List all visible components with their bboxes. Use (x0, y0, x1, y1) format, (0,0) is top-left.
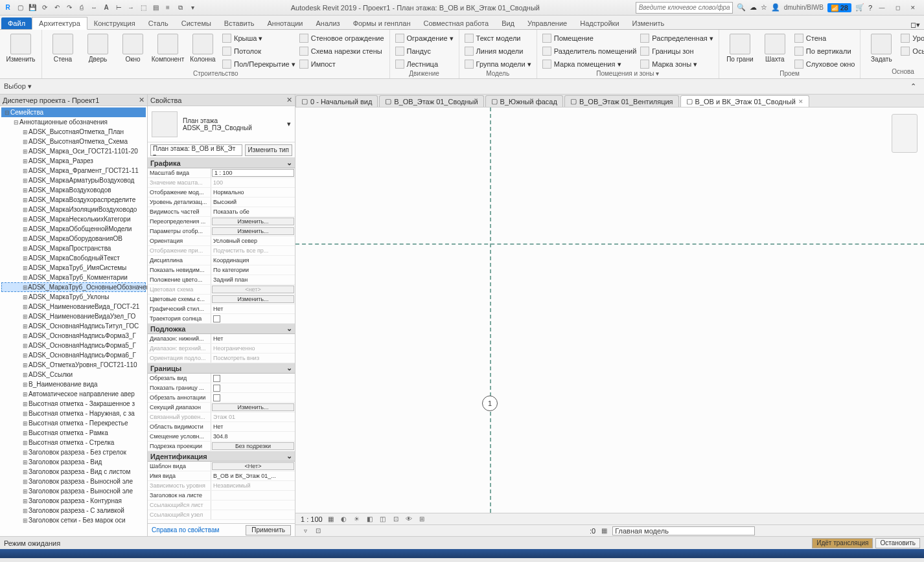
property-row[interactable]: Графический стил...Нет (148, 304, 295, 314)
ribbon-tab[interactable]: Конструкция (87, 17, 142, 29)
tree-node[interactable]: ⊞ADSK_ОтметкаУровня_ГОСТ21-110 (1, 360, 146, 370)
property-value[interactable]: Задний план (211, 275, 295, 284)
ribbon-button[interactable]: Разделитель помещений (542, 45, 637, 57)
save-icon[interactable]: 💾 (27, 3, 38, 13)
ribbon-button[interactable]: Крыша ▾ (222, 32, 295, 44)
property-value[interactable] (211, 393, 295, 402)
cloud-icon[interactable]: ☁ (750, 3, 757, 12)
property-row[interactable]: ДисциплинаКоординация (148, 256, 295, 265)
tree-node[interactable]: ⊞Высотная отметка - Рамка (1, 428, 146, 438)
thin-icon[interactable]: ≡ (163, 3, 173, 13)
property-row[interactable]: Показать невидим...По категории (148, 265, 295, 275)
ribbon-tab[interactable]: Файл (1, 17, 32, 29)
ribbon-tab[interactable]: Формы и генплан (347, 17, 417, 29)
cart-icon[interactable]: 🛒 (855, 3, 864, 12)
tree-node[interactable]: ⊞Высотная отметка - Закрашенное з (1, 399, 146, 409)
property-value[interactable] (211, 491, 295, 500)
tree-node[interactable]: ⊞ADSK_МаркаСвободныйТекст (1, 253, 146, 263)
property-group-header[interactable]: Идентификация⌄ (148, 451, 295, 462)
ribbon-button[interactable]: Пандус (395, 45, 454, 57)
search-input[interactable] (636, 2, 733, 14)
tree-node[interactable]: ⊞Заголовок разреза - Вид (1, 457, 146, 467)
minimize-button[interactable]: — (876, 3, 888, 12)
tab-close-icon[interactable]: ✕ (798, 98, 803, 105)
property-row[interactable]: Цветовая схема<нет> (148, 285, 295, 295)
ribbon-tab[interactable]: Сталь (142, 17, 175, 29)
dim-icon[interactable]: ⊢ (113, 3, 124, 13)
property-value[interactable]: <Нет> (212, 462, 294, 470)
tree-node[interactable]: ⊞ADSK_МаркаВоздуховодов (1, 185, 146, 195)
tree-node[interactable]: ⊞ADSK_МаркаТруб_ОсновныеОбозначения (1, 282, 146, 292)
tree-node[interactable]: ⊞ADSK_МаркаТруб_Комментарии (1, 273, 146, 282)
property-value[interactable]: Нет (211, 422, 295, 431)
ribbon-button[interactable]: Распределенная ▾ (640, 32, 713, 44)
ribbon-button[interactable]: Марка зоны ▾ (640, 58, 713, 70)
tree-node[interactable]: ⊞ADSK_Ссылки (1, 370, 146, 379)
property-row[interactable]: Параметры отобр...Изменить... (148, 227, 295, 236)
drawing-canvas[interactable]: 1 (295, 107, 924, 513)
property-value[interactable]: Нет (211, 334, 295, 343)
tree-node[interactable]: ⊞ADSK_МаркаПространства (1, 243, 146, 253)
property-row[interactable]: Ссылающийся лист (148, 500, 295, 510)
crop-icon[interactable]: ◫ (378, 515, 387, 524)
view-tab[interactable]: ▢В_ОВ_Этаж 01_Вентиляция (564, 95, 679, 107)
property-value[interactable]: Изменить... (212, 227, 294, 235)
property-value[interactable]: Изменить... (212, 403, 294, 411)
ribbon-button[interactable]: Слуховое окно (794, 58, 855, 70)
navigation-cube[interactable] (892, 114, 918, 153)
view-tab[interactable]: ▢В_ОВ и ВК_Этаж 01_Сводный✕ (680, 95, 809, 107)
view-tab[interactable]: ▢В_ОВ_Этаж 01_Сводный (379, 95, 483, 107)
ribbon-button[interactable]: Уровень (901, 32, 924, 44)
property-value[interactable] (211, 383, 295, 392)
property-row[interactable]: Уровень детализац...Высокий (148, 197, 295, 207)
ribbon-tab[interactable]: Управление (521, 17, 573, 29)
ribbon-button[interactable]: Потолок (222, 45, 295, 57)
property-value[interactable]: В_ОВ и ВК_Этаж 01_... (211, 471, 295, 480)
tree-node[interactable]: ⊞ADSK_Марка_Разрез (1, 156, 146, 166)
tree-node[interactable]: ⊞Заголовок разреза - С заливкой (1, 506, 146, 515)
tree-node[interactable]: ⊞Заголовок разреза - Выносной эле (1, 486, 146, 496)
ribbon-tab[interactable]: Совместная работа (417, 17, 495, 29)
selection-label[interactable]: Выбор ▾ (4, 82, 32, 91)
ribbon-button[interactable]: Пол/Перекрытие ▾ (222, 58, 295, 70)
ribbon-button[interactable]: Группа модели ▾ (465, 58, 531, 70)
tree-node[interactable]: ⊞ADSK_ОсновнаяНадписьФорма6_Г (1, 350, 146, 360)
property-row[interactable]: Шаблон вида<Нет> (148, 462, 295, 471)
property-row[interactable]: Траектория солнца (148, 314, 295, 324)
property-value[interactable] (211, 500, 295, 510)
view-scale[interactable]: 1 : 100 (301, 515, 323, 523)
property-value[interactable]: Изменить... (212, 295, 294, 303)
ribbon-button[interactable]: Схема нарезки стены (299, 45, 384, 57)
property-row[interactable]: Секущий диапазонИзменить... (148, 403, 295, 412)
switch-icon[interactable]: ⧉ (175, 3, 185, 13)
ribbon-button[interactable]: По вертикали (794, 45, 855, 57)
text-icon[interactable]: A (101, 3, 111, 13)
browser-tree[interactable]: ⊟Семейства⊟Аннотационные обозначения⊞ADS… (0, 106, 147, 536)
model-select[interactable]: Главная модель (612, 526, 755, 535)
property-row[interactable]: Зависимость уровняНезависимый (148, 481, 295, 491)
ribbon-tab[interactable]: Изменить (626, 17, 671, 29)
align-icon[interactable]: → (126, 3, 136, 13)
tree-node[interactable]: ⊞ADSK_МаркаТруб_ИмяСистемы (1, 263, 146, 273)
help-icon[interactable]: ? (868, 4, 872, 12)
reveal-icon[interactable]: ⊞ (417, 515, 426, 524)
property-value[interactable]: Координация (211, 256, 295, 265)
ribbon-tab[interactable]: Анализ (309, 17, 346, 29)
tree-node[interactable]: ⊞Высотная отметка - Наружная, с за (1, 409, 146, 418)
property-value[interactable]: Нормально (211, 188, 295, 197)
tree-node-group[interactable]: ⊟Аннотационные обозначения (1, 117, 146, 127)
thumb-dropdown-icon[interactable]: ▾ (287, 120, 291, 128)
sync-icon[interactable]: ⟳ (40, 3, 50, 13)
ribbon-button[interactable]: Стена (794, 32, 855, 44)
ribbon-button[interactable]: Стена (47, 31, 78, 63)
property-value[interactable]: Высокий (211, 197, 295, 207)
property-row[interactable]: Обрезать вид (148, 374, 295, 383)
tree-node[interactable]: ⊞ADSK_НаименованиеВида_ГОСТ-21 (1, 302, 146, 311)
property-row[interactable]: Подрезка проекцииБез подрезки (148, 442, 295, 451)
property-value[interactable]: Независимый (211, 481, 295, 490)
tree-node[interactable]: ⊞Заголовок разреза - Выносной эле (1, 477, 146, 486)
property-row[interactable]: Заголовок на листе (148, 491, 295, 500)
ribbon-button[interactable]: Дверь (82, 31, 113, 63)
property-value[interactable]: <нет> (212, 286, 294, 293)
property-row[interactable]: Цветовые схемы с...Изменить... (148, 295, 295, 304)
